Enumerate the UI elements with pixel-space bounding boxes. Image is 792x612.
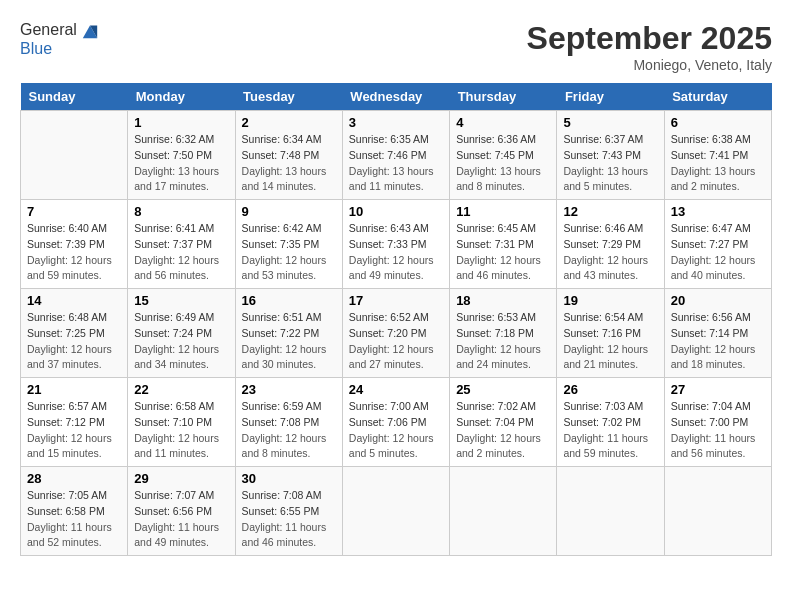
- calendar-day-cell: 19Sunrise: 6:54 AMSunset: 7:16 PMDayligh…: [557, 289, 664, 378]
- day-info: Sunrise: 7:02 AMSunset: 7:04 PMDaylight:…: [456, 399, 550, 462]
- calendar-day-cell: 17Sunrise: 6:52 AMSunset: 7:20 PMDayligh…: [342, 289, 449, 378]
- day-info: Sunrise: 7:05 AMSunset: 6:58 PMDaylight:…: [27, 488, 121, 551]
- day-number: 9: [242, 204, 336, 219]
- day-info: Sunrise: 6:38 AMSunset: 7:41 PMDaylight:…: [671, 132, 765, 195]
- calendar-day-cell: 11Sunrise: 6:45 AMSunset: 7:31 PMDayligh…: [450, 200, 557, 289]
- calendar-day-cell: [342, 467, 449, 556]
- title-block: September 2025 Moniego, Veneto, Italy: [527, 20, 772, 73]
- day-info: Sunrise: 7:03 AMSunset: 7:02 PMDaylight:…: [563, 399, 657, 462]
- month-title: September 2025: [527, 20, 772, 57]
- calendar-day-cell: 9Sunrise: 6:42 AMSunset: 7:35 PMDaylight…: [235, 200, 342, 289]
- day-info: Sunrise: 6:54 AMSunset: 7:16 PMDaylight:…: [563, 310, 657, 373]
- location-text: Moniego, Veneto, Italy: [527, 57, 772, 73]
- day-number: 23: [242, 382, 336, 397]
- logo-icon: [81, 22, 99, 40]
- day-info: Sunrise: 6:57 AMSunset: 7:12 PMDaylight:…: [27, 399, 121, 462]
- calendar-day-cell: 27Sunrise: 7:04 AMSunset: 7:00 PMDayligh…: [664, 378, 771, 467]
- calendar-day-cell: 10Sunrise: 6:43 AMSunset: 7:33 PMDayligh…: [342, 200, 449, 289]
- day-info: Sunrise: 6:56 AMSunset: 7:14 PMDaylight:…: [671, 310, 765, 373]
- calendar-day-cell: [450, 467, 557, 556]
- day-info: Sunrise: 6:48 AMSunset: 7:25 PMDaylight:…: [27, 310, 121, 373]
- day-number: 12: [563, 204, 657, 219]
- calendar-day-cell: 6Sunrise: 6:38 AMSunset: 7:41 PMDaylight…: [664, 111, 771, 200]
- calendar-day-cell: 5Sunrise: 6:37 AMSunset: 7:43 PMDaylight…: [557, 111, 664, 200]
- day-number: 5: [563, 115, 657, 130]
- calendar-day-cell: 16Sunrise: 6:51 AMSunset: 7:22 PMDayligh…: [235, 289, 342, 378]
- calendar-day-cell: 26Sunrise: 7:03 AMSunset: 7:02 PMDayligh…: [557, 378, 664, 467]
- day-number: 20: [671, 293, 765, 308]
- day-info: Sunrise: 6:42 AMSunset: 7:35 PMDaylight:…: [242, 221, 336, 284]
- day-number: 19: [563, 293, 657, 308]
- day-info: Sunrise: 7:04 AMSunset: 7:00 PMDaylight:…: [671, 399, 765, 462]
- day-number: 11: [456, 204, 550, 219]
- day-number: 24: [349, 382, 443, 397]
- day-number: 10: [349, 204, 443, 219]
- calendar-day-cell: 25Sunrise: 7:02 AMSunset: 7:04 PMDayligh…: [450, 378, 557, 467]
- calendar-day-cell: 1Sunrise: 6:32 AMSunset: 7:50 PMDaylight…: [128, 111, 235, 200]
- logo-general-text: General: [20, 21, 77, 39]
- day-number: 15: [134, 293, 228, 308]
- calendar-day-cell: 4Sunrise: 6:36 AMSunset: 7:45 PMDaylight…: [450, 111, 557, 200]
- day-number: 25: [456, 382, 550, 397]
- day-number: 13: [671, 204, 765, 219]
- day-number: 16: [242, 293, 336, 308]
- day-info: Sunrise: 6:35 AMSunset: 7:46 PMDaylight:…: [349, 132, 443, 195]
- day-info: Sunrise: 6:46 AMSunset: 7:29 PMDaylight:…: [563, 221, 657, 284]
- weekday-header: Sunday: [21, 83, 128, 111]
- day-number: 26: [563, 382, 657, 397]
- day-info: Sunrise: 6:58 AMSunset: 7:10 PMDaylight:…: [134, 399, 228, 462]
- page-header: General Blue September 2025 Moniego, Ven…: [20, 20, 772, 73]
- calendar-day-cell: [557, 467, 664, 556]
- day-number: 14: [27, 293, 121, 308]
- day-info: Sunrise: 6:59 AMSunset: 7:08 PMDaylight:…: [242, 399, 336, 462]
- day-number: 21: [27, 382, 121, 397]
- weekday-header-row: SundayMondayTuesdayWednesdayThursdayFrid…: [21, 83, 772, 111]
- day-number: 27: [671, 382, 765, 397]
- day-info: Sunrise: 7:08 AMSunset: 6:55 PMDaylight:…: [242, 488, 336, 551]
- calendar-week-row: 21Sunrise: 6:57 AMSunset: 7:12 PMDayligh…: [21, 378, 772, 467]
- day-number: 4: [456, 115, 550, 130]
- calendar-day-cell: 18Sunrise: 6:53 AMSunset: 7:18 PMDayligh…: [450, 289, 557, 378]
- calendar-day-cell: 20Sunrise: 6:56 AMSunset: 7:14 PMDayligh…: [664, 289, 771, 378]
- day-info: Sunrise: 6:45 AMSunset: 7:31 PMDaylight:…: [456, 221, 550, 284]
- calendar-week-row: 1Sunrise: 6:32 AMSunset: 7:50 PMDaylight…: [21, 111, 772, 200]
- calendar-day-cell: [21, 111, 128, 200]
- weekday-header: Wednesday: [342, 83, 449, 111]
- day-number: 2: [242, 115, 336, 130]
- day-number: 7: [27, 204, 121, 219]
- day-info: Sunrise: 6:53 AMSunset: 7:18 PMDaylight:…: [456, 310, 550, 373]
- calendar-day-cell: 13Sunrise: 6:47 AMSunset: 7:27 PMDayligh…: [664, 200, 771, 289]
- weekday-header: Tuesday: [235, 83, 342, 111]
- day-info: Sunrise: 7:07 AMSunset: 6:56 PMDaylight:…: [134, 488, 228, 551]
- weekday-header: Saturday: [664, 83, 771, 111]
- day-info: Sunrise: 6:40 AMSunset: 7:39 PMDaylight:…: [27, 221, 121, 284]
- day-number: 8: [134, 204, 228, 219]
- calendar-day-cell: 2Sunrise: 6:34 AMSunset: 7:48 PMDaylight…: [235, 111, 342, 200]
- day-number: 29: [134, 471, 228, 486]
- calendar-week-row: 28Sunrise: 7:05 AMSunset: 6:58 PMDayligh…: [21, 467, 772, 556]
- day-info: Sunrise: 6:51 AMSunset: 7:22 PMDaylight:…: [242, 310, 336, 373]
- day-number: 6: [671, 115, 765, 130]
- day-info: Sunrise: 7:00 AMSunset: 7:06 PMDaylight:…: [349, 399, 443, 462]
- calendar-day-cell: 23Sunrise: 6:59 AMSunset: 7:08 PMDayligh…: [235, 378, 342, 467]
- calendar-day-cell: 29Sunrise: 7:07 AMSunset: 6:56 PMDayligh…: [128, 467, 235, 556]
- calendar-day-cell: 3Sunrise: 6:35 AMSunset: 7:46 PMDaylight…: [342, 111, 449, 200]
- calendar-day-cell: 24Sunrise: 7:00 AMSunset: 7:06 PMDayligh…: [342, 378, 449, 467]
- day-info: Sunrise: 6:43 AMSunset: 7:33 PMDaylight:…: [349, 221, 443, 284]
- day-number: 30: [242, 471, 336, 486]
- calendar-day-cell: 28Sunrise: 7:05 AMSunset: 6:58 PMDayligh…: [21, 467, 128, 556]
- day-number: 17: [349, 293, 443, 308]
- calendar-day-cell: 8Sunrise: 6:41 AMSunset: 7:37 PMDaylight…: [128, 200, 235, 289]
- day-number: 1: [134, 115, 228, 130]
- day-info: Sunrise: 6:47 AMSunset: 7:27 PMDaylight:…: [671, 221, 765, 284]
- day-number: 22: [134, 382, 228, 397]
- day-number: 28: [27, 471, 121, 486]
- calendar-day-cell: 14Sunrise: 6:48 AMSunset: 7:25 PMDayligh…: [21, 289, 128, 378]
- day-info: Sunrise: 6:41 AMSunset: 7:37 PMDaylight:…: [134, 221, 228, 284]
- day-number: 3: [349, 115, 443, 130]
- calendar-table: SundayMondayTuesdayWednesdayThursdayFrid…: [20, 83, 772, 556]
- weekday-header: Monday: [128, 83, 235, 111]
- day-number: 18: [456, 293, 550, 308]
- day-info: Sunrise: 6:36 AMSunset: 7:45 PMDaylight:…: [456, 132, 550, 195]
- day-info: Sunrise: 6:52 AMSunset: 7:20 PMDaylight:…: [349, 310, 443, 373]
